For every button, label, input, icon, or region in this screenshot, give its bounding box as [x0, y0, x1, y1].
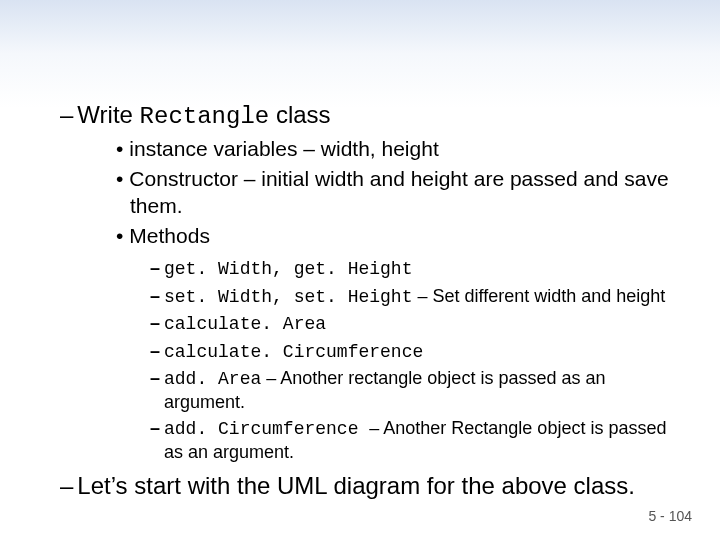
bullet-instance-vars: •instance variables – width, height [116, 136, 680, 162]
slide: –Write Rectangle class •instance variabl… [0, 0, 720, 540]
dash-icon: – [60, 472, 73, 499]
code-text: Rectangle [140, 103, 270, 130]
method-set: –set. Width, set. Height – Set different… [150, 285, 680, 309]
code-text: set. Width, set. Height [164, 287, 412, 307]
method-add-area: –add. Area – Another rectangle object is… [150, 367, 680, 413]
code-text: add. Circumference [164, 419, 369, 439]
bullet-methods: •Methods [116, 223, 680, 249]
dash-icon: – [150, 418, 160, 438]
text: class [269, 101, 330, 128]
bullet-icon: • [116, 224, 123, 247]
heading-uml: –Let’s start with the UML diagram for th… [60, 471, 680, 501]
method-area: –calculate. Area [150, 312, 680, 336]
text: Methods [129, 224, 210, 247]
text: Constructor – initial width and height a… [129, 167, 668, 216]
code-text: get. Width, get. Height [164, 259, 412, 279]
heading-write-rectangle: –Write Rectangle class [60, 100, 680, 132]
bullet-icon: • [116, 137, 123, 160]
dash-icon: – [150, 286, 160, 306]
page-number: 5 - 104 [648, 508, 692, 524]
method-add-circumference: –add. Circumference – Another Rectangle … [150, 417, 680, 463]
bullet-icon: • [116, 167, 123, 190]
dash-icon: – [150, 258, 160, 278]
bullet-constructor: •Constructor – initial width and height … [116, 166, 680, 219]
code-text: calculate. Circumference [164, 342, 423, 362]
dash-icon: – [150, 341, 160, 361]
dash-icon: – [60, 101, 73, 128]
code-text: calculate. Area [164, 314, 326, 334]
method-circumference: –calculate. Circumference [150, 340, 680, 364]
dash-icon: – [150, 368, 160, 388]
dash-icon: – [150, 313, 160, 333]
code-text: add. Area [164, 369, 261, 389]
text: Write [77, 101, 139, 128]
method-get: –get. Width, get. Height [150, 257, 680, 281]
text: instance variables – width, height [129, 137, 438, 160]
text: Let’s start with the UML diagram for the… [77, 472, 635, 499]
text: – Set different width and height [412, 286, 665, 306]
